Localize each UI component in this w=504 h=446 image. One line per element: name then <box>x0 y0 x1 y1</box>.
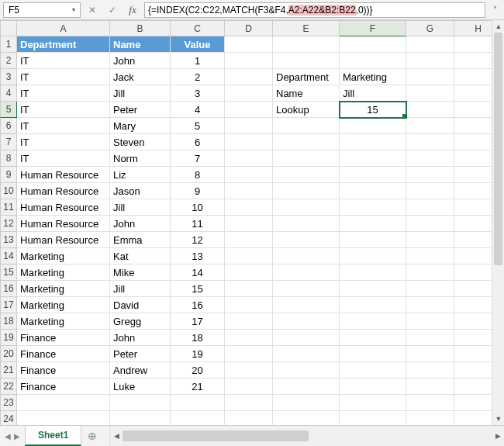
row-header-13[interactable]: 13 <box>0 232 17 248</box>
cell-D9[interactable] <box>225 167 273 183</box>
row-header-16[interactable]: 16 <box>0 281 17 297</box>
table-row[interactable]: 19 <box>171 346 225 362</box>
cell-E20[interactable] <box>273 346 340 362</box>
cell-D10[interactable] <box>225 183 273 199</box>
cell-G14[interactable] <box>406 248 454 264</box>
row-header-3[interactable]: 3 <box>0 69 17 85</box>
cell-G19[interactable] <box>406 330 454 346</box>
cell-F20[interactable] <box>340 346 406 362</box>
cell-E14[interactable] <box>273 248 340 264</box>
cancel-formula-button[interactable]: ✕ <box>84 2 101 18</box>
table-row[interactable]: 8 <box>171 167 225 183</box>
cell-E21[interactable] <box>273 362 340 379</box>
table-row[interactable]: 16 <box>171 297 225 313</box>
row-header-11[interactable]: 11 <box>0 199 17 216</box>
table-row[interactable]: Liz <box>110 167 171 183</box>
cell-D11[interactable] <box>225 199 273 216</box>
cell-G16[interactable] <box>406 281 454 297</box>
cell-F23[interactable] <box>340 395 406 411</box>
cell-F1[interactable] <box>340 36 406 53</box>
column-header-E[interactable]: E <box>273 20 340 36</box>
table-row[interactable]: 14 <box>171 264 225 281</box>
lookup-label-name[interactable]: Name <box>273 85 340 102</box>
row-header-21[interactable]: 21 <box>0 362 17 379</box>
cell-G6[interactable] <box>406 118 454 134</box>
new-sheet-button[interactable]: ⊕ <box>81 426 103 446</box>
cell-D24[interactable] <box>225 411 273 425</box>
horizontal-scroll-thumb[interactable] <box>123 430 309 441</box>
table-row[interactable]: Jill <box>110 85 171 102</box>
cell-D16[interactable] <box>225 281 273 297</box>
cell-D19[interactable] <box>225 330 273 346</box>
vertical-scrollbar[interactable]: ▲ ▼ <box>492 20 504 425</box>
cell-E12[interactable] <box>273 216 340 232</box>
name-box[interactable]: F5 ▾ <box>3 2 81 18</box>
cell-G2[interactable] <box>406 53 454 69</box>
table-row[interactable]: 20 <box>171 362 225 379</box>
cell-D8[interactable] <box>225 150 273 167</box>
cell-E22[interactable] <box>273 379 340 395</box>
table-row[interactable]: 9 <box>171 183 225 199</box>
cell-D13[interactable] <box>225 232 273 248</box>
table-row[interactable]: Mike <box>110 264 171 281</box>
cell-G18[interactable] <box>406 313 454 330</box>
cell-F18[interactable] <box>340 313 406 330</box>
table-row[interactable]: Finance <box>17 330 110 346</box>
cell-F11[interactable] <box>340 199 406 216</box>
cell-D4[interactable] <box>225 85 273 102</box>
cell-G21[interactable] <box>406 362 454 379</box>
cell-G3[interactable] <box>406 69 454 85</box>
cell-G4[interactable] <box>406 85 454 102</box>
column-header-A[interactable]: A <box>17 20 110 36</box>
table-row[interactable]: 12 <box>171 232 225 248</box>
table-row[interactable]: 3 <box>171 85 225 102</box>
cell-E18[interactable] <box>273 313 340 330</box>
lookup-value-dept[interactable]: Marketing <box>340 69 406 85</box>
table-row[interactable]: 21 <box>171 379 225 395</box>
scroll-down-button[interactable]: ▼ <box>492 413 504 425</box>
cell-A23[interactable] <box>17 395 110 411</box>
cell-F6[interactable] <box>340 118 406 134</box>
table-row[interactable]: Jason <box>110 183 171 199</box>
table-row[interactable]: 6 <box>171 134 225 150</box>
cell-E17[interactable] <box>273 297 340 313</box>
cell-D1[interactable] <box>225 36 273 53</box>
row-header-20[interactable]: 20 <box>0 346 17 362</box>
row-header-7[interactable]: 7 <box>0 134 17 150</box>
cell-C23[interactable] <box>171 395 225 411</box>
cell-G15[interactable] <box>406 264 454 281</box>
cell-E11[interactable] <box>273 199 340 216</box>
formula-input[interactable]: {=INDEX(C2:C22,MATCH(F3&F4,A2:A22&B2:B22… <box>144 2 485 18</box>
cell-F13[interactable] <box>340 232 406 248</box>
cell-F15[interactable] <box>340 264 406 281</box>
row-header-19[interactable]: 19 <box>0 330 17 346</box>
cell-F7[interactable] <box>340 134 406 150</box>
table-row[interactable]: 4 <box>171 102 225 118</box>
table-row[interactable]: Peter <box>110 102 171 118</box>
table-row[interactable]: Luke <box>110 379 171 395</box>
cell-D14[interactable] <box>225 248 273 264</box>
table-row[interactable]: IT <box>17 53 110 69</box>
cell-F19[interactable] <box>340 330 406 346</box>
table-row[interactable]: Finance <box>17 362 110 379</box>
cell-G5[interactable] <box>406 102 454 118</box>
table-row[interactable]: Human Resource <box>17 199 110 216</box>
cell-D3[interactable] <box>225 69 273 85</box>
lookup-value-name[interactable]: Jill <box>340 85 406 102</box>
table-row[interactable]: 11 <box>171 216 225 232</box>
cell-D2[interactable] <box>225 53 273 69</box>
table-row[interactable]: IT <box>17 150 110 167</box>
row-header-4[interactable]: 4 <box>0 85 17 102</box>
cell-G8[interactable] <box>406 150 454 167</box>
column-header-G[interactable]: G <box>406 20 454 36</box>
cell-F24[interactable] <box>340 411 406 425</box>
cell-E7[interactable] <box>273 134 340 150</box>
scroll-left-button[interactable]: ◀ <box>110 430 123 442</box>
table-row[interactable]: Peter <box>110 346 171 362</box>
cell-E6[interactable] <box>273 118 340 134</box>
cell-E9[interactable] <box>273 167 340 183</box>
table-row[interactable]: 1 <box>171 53 225 69</box>
row-header-10[interactable]: 10 <box>0 183 17 199</box>
row-header-9[interactable]: 9 <box>0 167 17 183</box>
cell-F12[interactable] <box>340 216 406 232</box>
